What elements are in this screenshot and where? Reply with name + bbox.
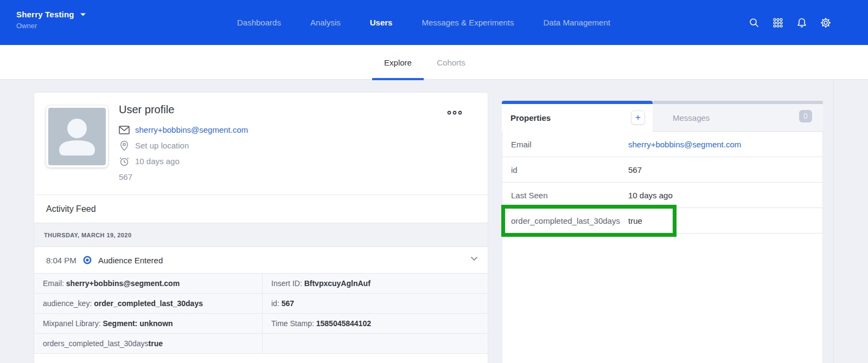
properties-rows: Email sherry+bobbins@segment.com id 567 … — [502, 132, 822, 234]
activity-feed-date-header: THURSDAY, MARCH 19, 2020 — [34, 223, 488, 247]
activity-event-row[interactable]: 8:04 PM Audience Entered — [34, 247, 488, 273]
project-name[interactable]: Sherry Testing — [16, 10, 74, 19]
property-value: true — [628, 216, 642, 225]
project-switcher[interactable]: Sherry Testing Owner — [16, 10, 86, 30]
tab-messages[interactable]: Messages 0 — [653, 101, 823, 132]
tab-cohorts[interactable]: Cohorts — [436, 45, 467, 80]
property-value: 10 days ago — [628, 191, 673, 200]
property-row: id 567 — [502, 157, 822, 183]
property-value-email-link[interactable]: sherry+bobbins@segment.com — [628, 140, 741, 149]
detail-cell: Email: sherry+bobbins@segment.com — [34, 274, 263, 293]
profile-lastseen-row: 10 days ago — [119, 153, 248, 169]
tab-properties[interactable]: Properties + — [502, 101, 653, 132]
property-key: Last Seen — [502, 191, 628, 200]
chevron-down-icon[interactable] — [470, 256, 478, 261]
detail-cell: Mixpanel Library: Segment: unknown — [34, 314, 263, 333]
settings-icon[interactable] — [820, 17, 831, 28]
section-tabs: Explore Cohorts — [0, 45, 868, 80]
top-navbar: Sherry Testing Owner Dashboards Analysis… — [0, 0, 868, 45]
event-dot-icon — [83, 256, 92, 264]
property-key: Email — [502, 140, 628, 149]
detail-cell: id: 567 — [263, 294, 488, 313]
property-key: order_completed_last_30days — [502, 216, 628, 225]
detail-cell: audience_key: order_completed_last_30day… — [34, 294, 263, 313]
nav-item-data-management[interactable]: Data Management — [544, 18, 610, 27]
notifications-icon[interactable] — [796, 17, 807, 28]
event-details-table: Email: sherry+bobbins@segment.com Insert… — [34, 273, 488, 354]
detail-cell: Insert ID: BftvpxcuyAglnAuf — [263, 274, 488, 293]
property-row-highlighted: order_completed_last_30days true — [502, 208, 822, 234]
messages-count-badge: 0 — [799, 110, 812, 122]
profile-email-row: sherry+bobbins@segment.com — [119, 122, 248, 138]
table-row: audience_key: order_completed_last_30day… — [34, 294, 488, 314]
profile-title: User profile — [119, 103, 248, 116]
nav-item-analysis[interactable]: Analysis — [310, 18, 341, 27]
alarm-clock-icon — [119, 156, 130, 167]
header-icons — [749, 0, 831, 45]
profile-lastseen-text: 10 days ago — [135, 157, 180, 166]
property-value: 567 — [628, 165, 642, 174]
table-row: Mixpanel Library: Segment: unknown Time … — [34, 314, 488, 334]
user-profile-card: User profile sherry+bobbins@segment.com — [34, 92, 488, 363]
profile-user-id: 567 — [119, 169, 248, 185]
nav-item-users[interactable]: Users — [370, 18, 393, 27]
more-options-button[interactable] — [444, 108, 465, 118]
profile-location-row: Set up location — [119, 138, 248, 153]
profile-header: User profile sherry+bobbins@segment.com — [34, 93, 488, 195]
location-pin-icon — [119, 140, 130, 151]
property-key: id — [502, 165, 628, 174]
detail-cell — [263, 334, 488, 353]
avatar — [46, 106, 108, 167]
nav-item-dashboards[interactable]: Dashboards — [237, 18, 281, 27]
email-icon — [119, 126, 130, 134]
tab-messages-label: Messages — [673, 113, 710, 122]
nav-item-messages-experiments[interactable]: Messages & Experiments — [422, 18, 514, 27]
profile-location-text[interactable]: Set up location — [135, 141, 189, 150]
property-row: Email sherry+bobbins@segment.com — [502, 132, 822, 157]
apps-grid-icon[interactable] — [773, 17, 783, 28]
content-edge-divider — [833, 80, 834, 363]
event-time: 8:04 PM — [46, 256, 83, 265]
search-icon[interactable] — [749, 17, 760, 28]
detail-cell: Time Stamp: 1585045844102 — [263, 314, 488, 333]
activity-feed-title: Activity Feed — [34, 195, 488, 223]
tab-explore[interactable]: Explore — [372, 45, 424, 80]
properties-tabs: Properties + Messages 0 — [502, 101, 823, 132]
caret-down-icon — [80, 12, 86, 17]
tab-properties-label: Properties — [510, 113, 551, 122]
user-role: Owner — [16, 22, 86, 30]
property-row: Last Seen 10 days ago — [502, 183, 822, 208]
event-name: Audience Entered — [98, 256, 163, 265]
main-nav: Dashboards Analysis Users Messages & Exp… — [237, 0, 610, 45]
add-property-button[interactable]: + — [631, 111, 645, 125]
detail-cell: orders_completed_last_30daystrue — [34, 334, 263, 353]
page: Sherry Testing Owner Dashboards Analysis… — [0, 0, 868, 363]
table-row: Email: sherry+bobbins@segment.com Insert… — [34, 274, 488, 294]
table-row: orders_completed_last_30daystrue — [34, 334, 488, 354]
profile-email-link[interactable]: sherry+bobbins@segment.com — [135, 125, 248, 134]
properties-card: Properties + Messages 0 Email sherry+bob… — [502, 101, 823, 363]
